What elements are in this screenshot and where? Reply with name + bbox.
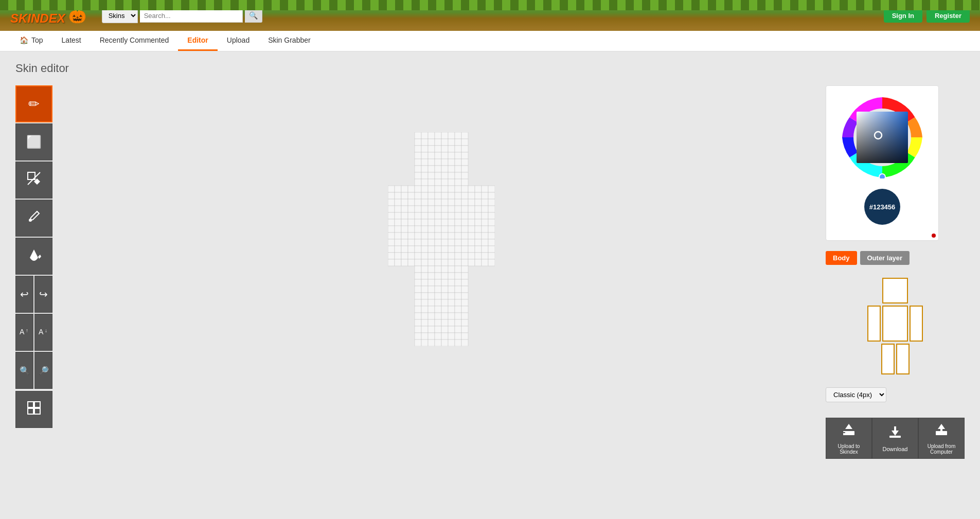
svg-rect-469 [448,319,455,326]
svg-rect-459 [488,313,495,319]
svg-rect-471 [461,319,468,326]
svg-rect-481 [421,326,428,333]
eraser-tool-button[interactable]: ⬜ [15,123,52,160]
svg-marker-540 [938,424,945,429]
svg-rect-270 [401,239,408,246]
svg-rect-100 [441,166,448,172]
svg-rect-24 [468,132,475,139]
nav-item-upload[interactable]: Upload [218,31,259,51]
svg-rect-441 [475,306,482,313]
darken-button[interactable]: A ↑ [15,314,33,351]
model-select-dropdown[interactable]: Classic (4px) Slim (3px) [826,387,886,402]
svg-rect-406 [455,293,461,299]
svg-rect-495 [408,333,415,339]
lighten-button[interactable]: A ↓ [34,314,52,351]
svg-rect-391 [461,286,468,293]
svg-rect-343 [461,266,468,273]
svg-rect-75 [488,152,495,159]
upload-to-skindex-button[interactable]: Upload toSkindex [826,418,872,459]
svg-rect-201 [475,206,482,212]
svg-rect-143 [408,186,415,192]
skin-canvas[interactable] [388,132,495,348]
svg-rect-235 [488,219,495,226]
svg-rect-301 [395,253,401,259]
upload-from-computer-label: Upload fromComputer [928,443,955,455]
download-label: Download [883,446,908,452]
svg-rect-426 [482,299,488,306]
svg-rect-367 [408,279,415,286]
undo-button[interactable]: ↩ [15,276,33,313]
svg-rect-341 [448,266,455,273]
nav-item-editor[interactable]: Editor [178,31,217,51]
page-title: Skin editor [15,62,965,75]
body-layer-button[interactable]: Body [826,251,857,265]
svg-rect-527 [857,112,908,163]
register-button[interactable]: Register [926,9,970,23]
svg-rect-19 [435,132,441,139]
svg-rect-237 [395,226,401,232]
svg-rect-360 [468,273,475,279]
svg-rect-183 [461,199,468,206]
svg-rect-226 [428,219,435,226]
svg-rect-83 [435,159,441,166]
nav-item-latest[interactable]: Latest [52,31,91,51]
svg-rect-67 [435,152,441,159]
svg-rect-199 [461,206,468,212]
eyedropper-icon [27,209,41,227]
svg-rect-440 [468,306,475,313]
body-left-leg-part[interactable] [881,344,895,374]
zoom-in-button[interactable]: 🔍 [15,352,33,389]
body-torso-part[interactable] [882,306,908,342]
main-content: Skin editor ✏ ⬜ [0,51,980,469]
svg-rect-186 [482,199,488,206]
svg-rect-43 [488,139,495,146]
redo-button[interactable]: ↪ [34,276,52,313]
svg-rect-268 [388,239,395,246]
nav-item-skin-grabber[interactable]: Skin Grabber [259,31,319,51]
svg-rect-402 [428,293,435,299]
fill-tool-button[interactable] [15,238,52,275]
svg-rect-491 [488,326,495,333]
eyedropper-tool-button[interactable] [15,200,52,237]
zoom-out-button[interactable]: 🔎 [34,352,52,389]
zoom-in-icon: 🔍 [20,366,30,375]
nav-item-recently-commented[interactable]: Recently Commented [91,31,179,51]
upload-from-computer-button[interactable]: Upload fromComputer [918,418,965,459]
body-right-arm-part[interactable] [910,306,923,342]
svg-marker-531 [845,424,852,429]
svg-rect-474 [482,319,488,326]
search-button[interactable]: 🔍 [245,8,262,23]
svg-rect-296 [468,246,475,253]
nav-item-top[interactable]: 🏠 Top [10,31,52,51]
svg-rect-523 [488,339,495,346]
body-left-arm-part[interactable] [867,306,881,342]
svg-rect-483 [435,326,441,333]
search-input[interactable] [140,9,243,23]
svg-rect-506 [482,333,488,339]
svg-rect-272 [415,239,421,246]
svg-rect-96 [415,166,421,172]
body-right-leg-part[interactable] [896,344,910,374]
svg-rect-136 [468,179,475,186]
download-button[interactable]: Download [872,418,918,459]
svg-rect-196 [441,206,448,212]
svg-rect-439 [461,306,468,313]
outer-layer-button[interactable]: Outer layer [860,251,910,265]
signin-button[interactable]: Sign In [884,9,922,23]
svg-rect-370 [428,279,435,286]
pencil-tool-button[interactable]: ✏ [15,85,52,122]
toggle-button[interactable] [15,391,52,428]
color-replace-tool-button[interactable] [15,162,52,199]
skin-grid-svg[interactable] [388,132,495,346]
svg-rect-155 [488,186,495,192]
color-swatch[interactable]: #123456 [864,189,900,225]
svg-rect-350 [401,273,408,279]
search-type-dropdown[interactable]: Skins [102,8,138,23]
body-head-part[interactable] [882,278,908,303]
color-wheel[interactable] [841,96,923,178]
svg-rect-215 [461,212,468,219]
canvas-area[interactable] [67,85,815,394]
color-wheel-container[interactable] [841,96,923,178]
svg-rect-236 [388,226,395,232]
svg-rect-152 [468,186,475,192]
